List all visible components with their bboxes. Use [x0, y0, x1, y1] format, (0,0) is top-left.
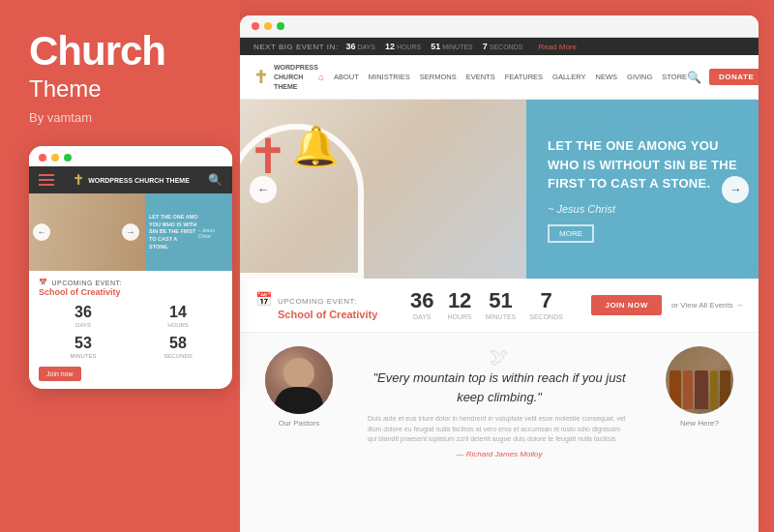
desktop-logo-cross-icon: ✝ [253, 67, 268, 88]
banner-hours-num: 12 [385, 42, 395, 51]
desktop-nav-links: ⌂ ABOUT MINISTRIES SERMONS EVENTS FEATUR… [318, 72, 687, 82]
nav-home-icon[interactable]: ⌂ [318, 72, 324, 82]
mobile-logo-text: WORDPRESS CHURCH THEME [88, 176, 190, 185]
hero-arrow-left[interactable]: ← [250, 176, 277, 203]
books-inner [666, 346, 733, 414]
new-here-label: New Here? [680, 419, 719, 428]
banner-days-unit: DAYS [357, 44, 375, 50]
banner-hours-item: 12 HOURS [385, 42, 421, 51]
mobile-event-name[interactable]: School of Creativity [39, 287, 223, 297]
desktop-event-bar: 📅 UPCOMING EVENT: School of Creativity 3… [240, 279, 759, 333]
event-hours-num: 12 [447, 290, 471, 311]
event-hours-label: HOURS [447, 313, 471, 320]
quote-section: 🕊 "Every mountain top is within reach if… [358, 346, 640, 458]
dot-green [64, 154, 72, 162]
desktop-titlebar [240, 15, 759, 38]
nav-ministries[interactable]: MINISTRIES [369, 73, 410, 81]
mobile-quote-author: ~ Jesus Christ [198, 227, 228, 239]
nav-events[interactable]: EVENTS [466, 73, 495, 81]
hero-quote-author: ~ Jesus Christ [548, 203, 615, 215]
desktop-hero: ✝ 🔔 ← LET THE ONE AMONG YOU WHO IS WITHO… [240, 100, 759, 279]
banner-minutes-num: 51 [431, 42, 440, 51]
desktop-bottom-section: Our Pastors 🕊 "Every mountain top is wit… [240, 333, 759, 532]
quote-attribution: — Richard James Molloy [368, 450, 631, 458]
banner-minutes-item: 51 MINUTES [431, 42, 473, 51]
desktop-nav: ✝ WORDPRESS CHURCH THEME ⌂ ABOUT MINISTR… [240, 55, 759, 100]
event-label-section: 📅 UPCOMING EVENT: School of Creativity [255, 290, 391, 320]
nav-giving[interactable]: GIVING [627, 73, 652, 81]
calendar-icon: 📅 [255, 291, 272, 307]
event-countdown: 36 DAYS 12 HOURS 51 MINUTES 7 SECONDS [410, 290, 563, 320]
event-name-link[interactable]: School of Creativity [278, 309, 377, 320]
nav-store[interactable]: STORE [662, 73, 687, 81]
book-4 [710, 370, 718, 409]
desktop-search-icon[interactable]: 🔍 [687, 71, 701, 84]
quote-body-text: Duis aute et eus iriure dolor in hendrer… [368, 414, 631, 445]
nav-gallery[interactable]: GALLERY [552, 73, 585, 81]
mobile-search-icon[interactable]: 🔍 [208, 173, 223, 187]
mobile-nav: ✝ WORDPRESS CHURCH THEME 🔍 [29, 166, 232, 193]
banner-seconds-unit: SECONDS [490, 44, 523, 50]
mobile-join-button[interactable]: Join now [39, 367, 81, 381]
hero-bell-icon: 🔔 [291, 124, 340, 169]
banner-seconds-item: 7 SECONDS [483, 42, 523, 51]
pastor-section: Our Pastors [255, 346, 342, 428]
mobile-hero-quote-box: LET THE ONE AMOYOU WHO IS WITHSIN BE THE… [145, 193, 232, 271]
book-2 [683, 370, 693, 409]
hero-more-button[interactable]: MORE [548, 224, 594, 243]
desktop-dot-red [252, 22, 259, 30]
right-panel: NEXT BIG EVENT IN: 36 DAYS 12 HOURS 51 M… [240, 15, 759, 532]
mobile-days-box: 36 DAYS [39, 305, 128, 328]
event-banner-more-link[interactable]: Read More [538, 43, 577, 51]
event-days-item: 36 DAYS [410, 290, 433, 320]
nav-sermons[interactable]: SERMONS [420, 73, 457, 81]
dove-icon: 🕊 [490, 346, 509, 368]
hamburger-icon[interactable] [39, 174, 54, 186]
banner-days-num: 36 [345, 42, 355, 51]
upcoming-label-text: UPCOMING EVENT: [278, 297, 357, 306]
view-all-link[interactable]: or View All Events → [671, 301, 743, 310]
event-seconds-label: SECONDS [529, 313, 563, 320]
nav-about[interactable]: ABOUT [334, 73, 359, 81]
event-days-label: DAYS [410, 313, 433, 320]
donate-button[interactable]: Donate [709, 69, 759, 85]
mobile-event-section: 📅 UPCOMING EVENT: School of Creativity 3… [29, 271, 232, 389]
book-3 [695, 370, 708, 409]
mobile-countdown: 36 DAYS 14 HOURS [39, 305, 223, 328]
left-by: By vamtam [29, 110, 221, 125]
event-minutes-label: MINUTES [486, 313, 517, 320]
mobile-quote-text: LET THE ONE AMOYOU WHO IS WITHSIN BE THE… [149, 214, 198, 251]
mobile-logo: ✝ WORDPRESS CHURCH THEME [73, 172, 190, 188]
nav-features[interactable]: FEATURES [505, 73, 543, 81]
mobile-days-label: DAYS [39, 322, 128, 328]
mobile-upcoming-label: 📅 UPCOMING EVENT: [39, 279, 223, 286]
join-button[interactable]: Join now [591, 295, 661, 315]
banner-hours-unit: HOURS [397, 44, 421, 50]
book-5 [720, 370, 730, 409]
mobile-preview-card: ✝ WORDPRESS CHURCH THEME 🔍 ← LET THE ONE… [29, 146, 232, 389]
event-label-content: UPCOMING EVENT: School of Creativity [278, 290, 377, 320]
mobile-hero-arrow-right[interactable]: → [122, 223, 139, 241]
mobile-minutes-label: MINUTES [39, 353, 128, 359]
event-seconds-item: 7 SECONDS [529, 290, 563, 320]
event-hours-item: 12 HOURS [447, 290, 471, 320]
mobile-days-num: 36 [39, 305, 128, 320]
mobile-hero-arrow-left[interactable]: ← [33, 223, 50, 241]
mobile-minutes-box: 53 MINUTES [39, 336, 128, 359]
event-seconds-num: 7 [529, 290, 563, 311]
banner-days-item: 36 DAYS [345, 42, 375, 51]
mobile-hours-box: 14 HOURS [134, 305, 223, 328]
book-1 [670, 370, 681, 409]
main-quote-text: "Every mountain top is within reach if y… [368, 369, 631, 406]
mobile-logo-cross-icon: ✝ [73, 172, 84, 188]
mobile-hours-label: HOURS [134, 322, 223, 328]
hero-arrow-right[interactable]: → [722, 176, 749, 203]
mobile-hours-num: 14 [134, 305, 223, 320]
dot-red [39, 154, 46, 162]
new-here-section: New Here? [656, 346, 743, 428]
mobile-seconds-box: 58 SECONDS [134, 336, 223, 359]
event-minutes-item: 51 MINUTES [486, 290, 517, 320]
hero-quote-text: LET THE ONE AMONG YOU WHO IS WITHOUT SIN… [548, 136, 737, 193]
event-banner-label: NEXT BIG EVENT IN: [253, 43, 338, 51]
nav-news[interactable]: NEWS [596, 73, 618, 81]
